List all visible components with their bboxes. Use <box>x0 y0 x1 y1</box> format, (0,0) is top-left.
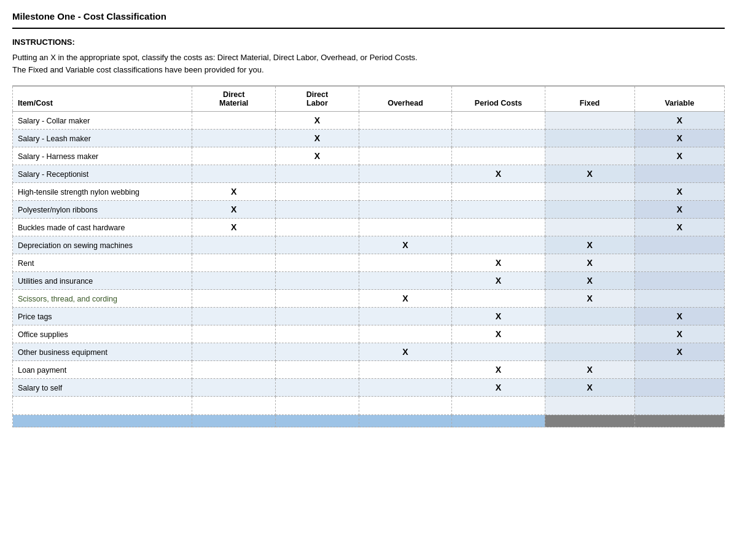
table-row[interactable]: Scissors, thread, and cordingXX <box>13 290 725 308</box>
cell-value[interactable] <box>276 183 359 201</box>
cell-value[interactable] <box>276 343 359 361</box>
table-row[interactable]: Office suppliesXX <box>13 325 725 343</box>
cell-value[interactable]: X <box>359 343 451 361</box>
cell-value[interactable] <box>634 254 724 272</box>
cell-value[interactable] <box>545 112 634 130</box>
cell-value[interactable] <box>276 254 359 272</box>
table-row[interactable]: Loan paymentXX <box>13 361 725 379</box>
cell-value[interactable]: X <box>359 236 451 254</box>
table-row[interactable]: Salary - Harness makerXX <box>13 147 725 165</box>
table-row[interactable]: RentXX <box>13 254 725 272</box>
cell-value[interactable] <box>359 254 451 272</box>
table-row[interactable]: Salary to selfXX <box>13 379 725 397</box>
cell-value[interactable]: X <box>634 183 724 201</box>
cell-value[interactable] <box>359 112 451 130</box>
cell-value[interactable]: X <box>634 201 724 219</box>
cell-value[interactable]: X <box>452 308 545 325</box>
cell-value[interactable] <box>359 272 451 290</box>
cell-value[interactable]: X <box>452 379 545 397</box>
cell-value[interactable]: X <box>276 147 359 165</box>
cell-value[interactable] <box>192 147 276 165</box>
cell-value[interactable]: X <box>634 219 724 236</box>
table-row[interactable]: Polyester/nylon ribbonsXX <box>13 201 725 219</box>
cell-value[interactable] <box>545 183 634 201</box>
cell-value[interactable]: X <box>452 254 545 272</box>
cell-value[interactable] <box>545 325 634 343</box>
cell-value[interactable] <box>545 147 634 165</box>
cell-value[interactable]: X <box>545 379 634 397</box>
cell-value[interactable] <box>545 201 634 219</box>
cell-value[interactable] <box>545 219 634 236</box>
cell-value[interactable]: X <box>452 361 545 379</box>
cell-value[interactable]: X <box>634 147 724 165</box>
cell-value[interactable] <box>452 219 545 236</box>
cell-value[interactable] <box>634 272 724 290</box>
cell-value[interactable] <box>276 236 359 254</box>
cell-value[interactable]: X <box>545 290 634 308</box>
table-row[interactable]: Other business equipmentXX <box>13 343 725 361</box>
cell-value[interactable] <box>276 325 359 343</box>
cell-value[interactable] <box>634 361 724 379</box>
cell-value[interactable]: X <box>452 165 545 183</box>
cell-value[interactable] <box>276 361 359 379</box>
cell-value[interactable] <box>634 236 724 254</box>
cell-value[interactable] <box>359 183 451 201</box>
cell-value[interactable] <box>359 325 451 343</box>
cell-value[interactable] <box>452 201 545 219</box>
cell-value[interactable]: X <box>452 272 545 290</box>
cell-value[interactable] <box>452 183 545 201</box>
cell-value[interactable]: X <box>276 112 359 130</box>
table-row[interactable]: Price tagsXX <box>13 308 725 325</box>
cell-value[interactable]: X <box>634 112 724 130</box>
table-row[interactable]: High-tensile strength nylon webbingXX <box>13 183 725 201</box>
cell-value[interactable]: X <box>545 165 634 183</box>
cell-value[interactable] <box>359 361 451 379</box>
cell-value[interactable] <box>359 201 451 219</box>
cell-value[interactable] <box>545 343 634 361</box>
cell-value[interactable] <box>192 325 276 343</box>
cell-value[interactable]: X <box>545 254 634 272</box>
cell-value[interactable]: X <box>359 290 451 308</box>
table-row[interactable]: Buckles made of cast hardwareXX <box>13 219 725 236</box>
cell-value[interactable] <box>192 236 276 254</box>
cell-value[interactable] <box>192 165 276 183</box>
cell-value[interactable] <box>359 130 451 147</box>
table-row[interactable]: Utilities and insuranceXX <box>13 272 725 290</box>
cell-value[interactable]: X <box>276 130 359 147</box>
cell-value[interactable] <box>634 379 724 397</box>
cell-value[interactable] <box>545 308 634 325</box>
cell-value[interactable]: X <box>192 201 276 219</box>
cell-value[interactable] <box>452 290 545 308</box>
cell-value[interactable]: X <box>634 308 724 325</box>
cell-value[interactable] <box>634 165 724 183</box>
cell-value[interactable] <box>192 130 276 147</box>
cell-value[interactable] <box>452 130 545 147</box>
cell-value[interactable] <box>192 112 276 130</box>
cell-value[interactable] <box>276 219 359 236</box>
table-row[interactable]: Salary - Leash makerXX <box>13 130 725 147</box>
cell-value[interactable]: X <box>545 361 634 379</box>
cell-value[interactable]: X <box>192 183 276 201</box>
cell-value[interactable]: X <box>634 130 724 147</box>
cell-value[interactable] <box>452 112 545 130</box>
cell-value[interactable] <box>276 308 359 325</box>
cell-value[interactable]: X <box>192 219 276 236</box>
cell-value[interactable]: X <box>545 236 634 254</box>
cell-value[interactable] <box>452 343 545 361</box>
cell-value[interactable] <box>192 361 276 379</box>
cell-value[interactable] <box>192 290 276 308</box>
cell-value[interactable] <box>545 130 634 147</box>
cell-value[interactable]: X <box>545 272 634 290</box>
cell-value[interactable]: X <box>452 325 545 343</box>
cell-value[interactable] <box>359 219 451 236</box>
cell-value[interactable] <box>359 165 451 183</box>
cell-value[interactable] <box>359 379 451 397</box>
cell-value[interactable] <box>359 308 451 325</box>
table-row[interactable]: Depreciation on sewing machinesXX <box>13 236 725 254</box>
cell-value[interactable] <box>192 308 276 325</box>
cell-value[interactable] <box>276 379 359 397</box>
table-row[interactable]: Salary - ReceptionistXX <box>13 165 725 183</box>
cell-value[interactable] <box>634 290 724 308</box>
cell-value[interactable] <box>276 272 359 290</box>
cell-value[interactable] <box>276 165 359 183</box>
